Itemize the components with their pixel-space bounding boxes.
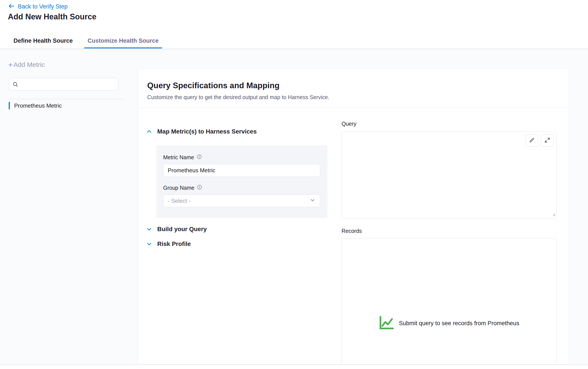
metric-name-input[interactable] xyxy=(163,164,320,177)
sidebar-divider xyxy=(9,99,124,99)
section-risk-profile-label: Risk Profile xyxy=(157,240,191,248)
plus-icon: + xyxy=(8,61,13,68)
query-textarea[interactable] xyxy=(342,131,556,218)
chevron-up-icon xyxy=(146,128,152,135)
card-divider xyxy=(138,108,569,108)
section-map-metrics-label: Map Metric(s) to Harness Services xyxy=(157,128,257,135)
tab-define-health-source[interactable]: Define Health Source xyxy=(10,34,76,48)
chevron-down-icon xyxy=(146,226,152,232)
card-subtitle: Customize the query to get the desired o… xyxy=(147,94,329,100)
resize-handle[interactable] xyxy=(552,212,556,217)
group-name-select-value: - Select - xyxy=(168,198,190,204)
section-risk-profile[interactable]: Risk Profile xyxy=(146,240,191,248)
group-name-select[interactable]: - Select - xyxy=(163,195,320,207)
metric-mapping-panel: Metric Name Group Name - Select - xyxy=(156,146,327,218)
pencil-icon xyxy=(529,137,535,144)
tab-bar: Define Health Source Customize Health So… xyxy=(0,34,162,48)
metric-item-label: Prometheus Metric xyxy=(14,102,62,109)
metrics-sidebar: + Add Metric Prometheus Metric xyxy=(0,48,138,365)
chevron-down-icon xyxy=(146,241,152,247)
metric-name-label: Metric Name xyxy=(163,154,321,160)
page-header: Back to Verify Step Add New Health Sourc… xyxy=(0,0,588,48)
query-label: Query xyxy=(342,121,356,127)
section-build-query-label: Build your Query xyxy=(157,226,207,233)
line-chart-icon xyxy=(379,316,395,331)
info-icon[interactable] xyxy=(197,154,202,160)
back-row: Back to Verify Step xyxy=(8,3,68,10)
add-metric-label: Add Metric xyxy=(13,61,45,68)
info-icon[interactable] xyxy=(197,185,202,191)
add-metric-button[interactable]: + Add Metric xyxy=(8,61,45,68)
query-specifications-card: Query Specifications and Mapping Customi… xyxy=(138,69,569,365)
section-build-query[interactable]: Build your Query xyxy=(146,226,207,233)
chevron-down-icon xyxy=(309,197,315,205)
metric-search-box xyxy=(9,78,118,91)
records-panel: Submit query to see records from Prometh… xyxy=(342,238,556,365)
fullscreen-icon xyxy=(544,137,550,144)
search-input[interactable] xyxy=(18,78,118,90)
edit-query-button[interactable] xyxy=(526,134,538,147)
group-name-label: Group Name xyxy=(163,185,321,191)
back-arrow-icon[interactable] xyxy=(8,3,15,10)
card-title: Query Specifications and Mapping xyxy=(147,81,280,90)
metric-list-item[interactable]: Prometheus Metric xyxy=(9,101,122,110)
records-label: Records xyxy=(342,228,362,234)
selected-indicator xyxy=(9,102,10,109)
records-empty-message: Submit query to see records from Prometh… xyxy=(399,320,519,327)
page-title: Add New Health Source xyxy=(8,12,96,21)
back-link[interactable]: Back to Verify Step xyxy=(18,3,68,10)
records-empty-state: Submit query to see records from Prometh… xyxy=(379,316,519,331)
footer-bar xyxy=(0,365,588,369)
search-icon xyxy=(12,81,18,87)
expand-query-button[interactable] xyxy=(541,134,554,147)
tab-customize-health-source[interactable]: Customize Health Source xyxy=(84,34,162,48)
query-actions xyxy=(526,134,554,147)
section-map-metrics[interactable]: Map Metric(s) to Harness Services xyxy=(146,128,257,135)
query-editor xyxy=(342,131,556,218)
